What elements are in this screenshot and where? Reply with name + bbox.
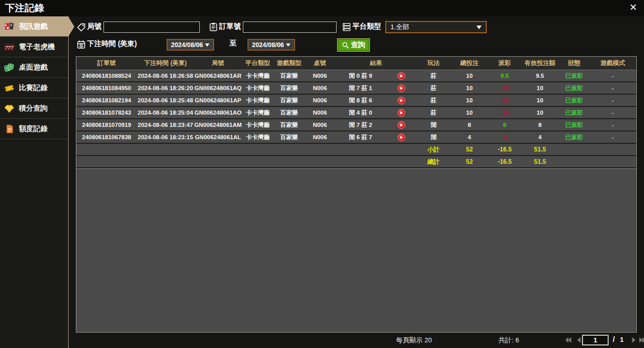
result-text: 閒 7 莊 2 bbox=[335, 121, 386, 129]
cell-bet-time: 2024-08-06 18:26:58 bbox=[137, 70, 194, 81]
document-icon bbox=[4, 124, 15, 134]
sidebar-item-label: 視訊遊戲 bbox=[19, 22, 48, 31]
date-to-value: 2024/08/06 bbox=[252, 41, 284, 49]
clipboard-icon bbox=[209, 23, 218, 31]
date-to-picker[interactable]: 2024/08/06 bbox=[247, 39, 295, 51]
list-icon bbox=[342, 23, 351, 31]
column-header: 局號 bbox=[194, 57, 242, 70]
sidebar-item-視訊遊戲[interactable]: 9 K 視訊遊戲 bbox=[0, 16, 68, 37]
slot-777-icon: 777 bbox=[4, 42, 15, 52]
search-button[interactable]: 查詢 bbox=[337, 38, 370, 52]
cell-game-mode: - bbox=[589, 95, 636, 106]
replay-play-icon[interactable] bbox=[398, 97, 405, 104]
platform-type-label: 平台類型 bbox=[352, 22, 381, 31]
cell-payout: -4 bbox=[488, 132, 521, 143]
cell-total-bet: 10 bbox=[450, 82, 488, 94]
result-text: 閒 4 莊 0 bbox=[335, 109, 386, 117]
last-page-icon[interactable] bbox=[638, 336, 644, 344]
cell-game-type: 百家樂 bbox=[274, 95, 305, 106]
order-no-input[interactable] bbox=[243, 21, 337, 33]
game-no-input[interactable] bbox=[103, 21, 200, 33]
search-icon bbox=[342, 41, 349, 49]
page-title: 下注記錄 bbox=[5, 2, 44, 15]
cell-total-bet: 10 bbox=[450, 107, 488, 118]
column-header: 狀態 bbox=[559, 57, 589, 70]
page-total-label: 1 bbox=[620, 336, 624, 343]
grand-total-payout: -16.5 bbox=[488, 156, 521, 167]
page-separator: / bbox=[613, 335, 615, 343]
cell-result: 閒 0 莊 9 bbox=[335, 70, 417, 81]
column-header: 訂單號 bbox=[76, 57, 137, 70]
cell-game-mode: - bbox=[589, 70, 636, 81]
betting-records-window: 239,465.89 Gabbi GN00624806 3 - 7,000 下注… bbox=[0, 0, 644, 348]
replay-play-icon[interactable] bbox=[398, 109, 405, 117]
cell-total-bet: 8 bbox=[450, 119, 488, 130]
page-number-input[interactable]: 1 bbox=[582, 335, 609, 345]
cell-game-mode: - bbox=[589, 132, 636, 143]
table-row[interactable]: 240806181082194 2024-08-06 18:25:48 GN00… bbox=[76, 95, 636, 107]
platform-type-select[interactable]: 1.全部 bbox=[385, 21, 487, 33]
table-row[interactable]: 240806181070919 2024-08-06 18:23:47 GN00… bbox=[76, 119, 636, 132]
column-header: 下注時間 (美東) bbox=[137, 57, 194, 70]
sidebar-item-積分查詢[interactable]: 積分查詢 bbox=[0, 98, 68, 119]
game-no-label: 局號 bbox=[87, 22, 101, 31]
table-row[interactable]: 240806181088524 2024-08-06 18:26:58 GN00… bbox=[76, 70, 636, 82]
sidebar-item-電子老虎機[interactable]: 777 電子老虎機 bbox=[0, 37, 68, 57]
grand-total-label: 總計 bbox=[417, 156, 451, 167]
cell-total-bet: 4 bbox=[450, 132, 488, 143]
cell-valid-bet: 9.5 bbox=[521, 70, 559, 81]
cell-payout: -10 bbox=[488, 82, 521, 94]
ticket-icon bbox=[4, 83, 15, 93]
cell-table-no: N006 bbox=[305, 70, 335, 81]
close-icon[interactable]: × bbox=[627, 1, 640, 14]
cell-bet-time: 2024-08-06 18:25:04 bbox=[137, 107, 194, 118]
bet-time-label: 下注時間 (美東) bbox=[87, 39, 137, 49]
page-size-label: 每頁顯示 20 bbox=[383, 336, 445, 345]
cell-platform: 卡卡灣廳 bbox=[242, 95, 274, 106]
search-button-label: 查詢 bbox=[351, 40, 365, 50]
date-from-picker[interactable]: 2024/08/06 bbox=[167, 39, 214, 51]
cell-table-no: N006 bbox=[305, 132, 335, 143]
subtotal-row: 小計 52 -16.5 51.5 bbox=[76, 144, 636, 156]
first-page-icon[interactable] bbox=[564, 336, 572, 344]
column-header: 平台類型 bbox=[242, 57, 274, 70]
cell-table-no: N006 bbox=[305, 82, 335, 94]
cell-platform: 卡卡灣廳 bbox=[242, 132, 274, 143]
cell-game-no: GN006248061AM bbox=[194, 119, 242, 130]
cell-game-type: 百家樂 bbox=[274, 82, 305, 94]
column-header: 派彩 bbox=[488, 57, 521, 70]
date-from-value: 2024/08/06 bbox=[171, 41, 203, 49]
replay-play-icon[interactable] bbox=[398, 121, 405, 129]
grand-total-total-bet: 52 bbox=[450, 156, 488, 167]
replay-play-icon[interactable] bbox=[398, 84, 405, 92]
cell-order-no: 240806181088524 bbox=[76, 70, 137, 81]
replay-play-icon[interactable] bbox=[398, 72, 405, 80]
table-row[interactable]: 240806181078243 2024-08-06 18:25:04 GN00… bbox=[76, 107, 636, 119]
sidebar-item-label: 電子老虎機 bbox=[19, 42, 55, 52]
cell-status: 已派彩 bbox=[559, 107, 589, 118]
cell-order-no: 240806181082194 bbox=[76, 95, 137, 106]
sidebar-item-比賽記錄[interactable]: 比賽記錄 bbox=[0, 78, 68, 98]
dice-icon bbox=[4, 62, 15, 73]
cell-order-no: 240806181084950 bbox=[76, 82, 137, 94]
subtotal-label: 小計 bbox=[417, 144, 451, 155]
cell-result: 閒 8 莊 6 bbox=[335, 95, 417, 106]
cell-order-no: 240806181070919 bbox=[76, 119, 137, 130]
replay-play-icon[interactable] bbox=[398, 134, 405, 141]
calendar-icon bbox=[77, 40, 86, 49]
order-no-label: 訂單號 bbox=[219, 22, 241, 31]
sidebar-item-額度記錄[interactable]: 額度記錄 bbox=[0, 119, 68, 139]
column-header: 遊戲模式 bbox=[589, 57, 636, 70]
cell-play-type: 莊 bbox=[417, 107, 450, 118]
cell-valid-bet: 8 bbox=[521, 119, 559, 130]
cell-status: 已派彩 bbox=[559, 95, 589, 106]
cell-game-type: 百家樂 bbox=[274, 132, 305, 143]
cell-result: 閒 6 莊 7 bbox=[335, 132, 417, 143]
cell-game-no: GN006248061AO bbox=[194, 107, 242, 118]
table-row[interactable]: 240806181084950 2024-08-06 18:26:20 GN00… bbox=[76, 82, 636, 95]
table-row[interactable]: 240806181067838 2024-08-06 18:23:15 GN00… bbox=[76, 132, 636, 144]
next-page-icon[interactable] bbox=[629, 336, 638, 344]
subtotal-payout: -16.5 bbox=[488, 144, 521, 155]
cell-valid-bet: 10 bbox=[521, 95, 559, 106]
sidebar-item-桌面遊戲[interactable]: 桌面遊戲 bbox=[0, 57, 68, 78]
